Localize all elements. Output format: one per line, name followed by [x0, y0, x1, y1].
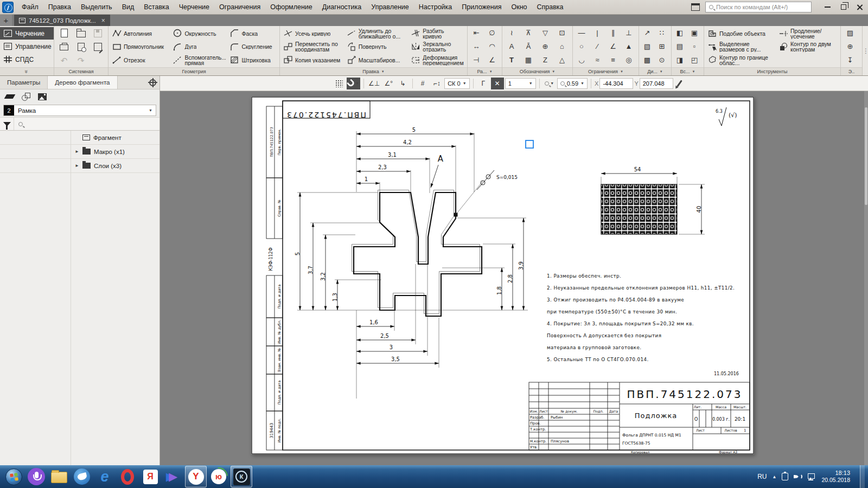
snap-angle-icon[interactable]: ∠°	[382, 78, 395, 89]
undo-icon[interactable]: ↶	[61, 56, 68, 65]
notation-tool-icon[interactable]: ⌂	[555, 40, 569, 52]
filter-button[interactable]	[0, 118, 14, 130]
dim-tool-icon[interactable]: ◠	[485, 40, 499, 52]
modes-expand[interactable]: »	[0, 67, 54, 75]
dim-tool-icon[interactable]: ⇤	[469, 27, 483, 38]
save-as-icon[interactable]	[94, 43, 102, 51]
extra-tool-icon[interactable]: ⊕	[843, 40, 857, 52]
new-tab-button[interactable]: +	[0, 15, 12, 26]
close-button[interactable]	[852, 1, 868, 13]
taskbar-explorer[interactable]	[48, 466, 70, 487]
tray-expand-icon[interactable]: ▲	[773, 474, 777, 479]
tool-aux-line[interactable]: Вспомогатель... прямая	[171, 54, 227, 66]
tool-rotate[interactable]: Повернуть	[345, 41, 409, 53]
minimize-button[interactable]	[819, 1, 835, 13]
insert-tool-icon[interactable]: ◨	[673, 54, 687, 66]
diag-tool-icon[interactable]: ∷	[655, 27, 669, 38]
show-desktop-button[interactable]	[860, 465, 865, 488]
action-center-icon[interactable]	[782, 473, 788, 480]
tool-rectangle[interactable]: Прямоугольник	[110, 41, 170, 53]
tool-hatch[interactable]: Штриховка	[228, 54, 278, 66]
menu-file[interactable]: Файл	[17, 0, 43, 14]
tab-parameters[interactable]: Параметры	[0, 76, 47, 89]
tree-item-macro[interactable]: ►Макро (x1)	[0, 145, 159, 159]
taskbar-yandex-browser[interactable]: Y	[185, 466, 207, 487]
parallel-icon[interactable]: ∥	[606, 27, 620, 38]
constraint-icon[interactable]: —	[575, 27, 589, 38]
constraint-icon[interactable]: ∕	[590, 40, 604, 52]
shapes-filter-icon[interactable]	[22, 93, 30, 100]
taskbar-opera[interactable]	[117, 466, 138, 487]
tool-fillet[interactable]: Скругление	[228, 41, 278, 53]
tool-copy[interactable]: Копия указанием	[282, 54, 344, 66]
constraint-icon[interactable]: ▲	[622, 40, 636, 52]
insert-tool-icon[interactable]: ▣	[687, 27, 701, 38]
volume-icon[interactable]	[794, 473, 802, 480]
perpendicular-icon[interactable]: ⊥	[622, 27, 636, 38]
tree-item-fragment[interactable]: Фрагмент	[0, 131, 159, 145]
tool-contour-two[interactable]: Контур по двум контурам	[777, 41, 838, 53]
notation-tool-icon[interactable]: ≀	[505, 27, 519, 38]
tool-contour-area[interactable]: Контур по границе облас...	[706, 54, 776, 66]
dim-tool-icon[interactable]: ∅	[485, 27, 499, 38]
constraint-icon[interactable]: |	[590, 27, 604, 38]
tool-circle[interactable]: Окружность	[171, 27, 227, 40]
snap-perpendicular-icon[interactable]: ∠⊥	[367, 78, 381, 89]
notation-tool-icon[interactable]: A	[505, 40, 519, 52]
zoom-level-select[interactable]: 0.59▼	[557, 78, 588, 89]
constraint-icon[interactable]: ≡	[606, 54, 620, 66]
angle-icon[interactable]: ∠	[606, 40, 620, 52]
menu-window[interactable]: Окно	[506, 0, 532, 14]
diag-tool-icon[interactable]: ↗	[640, 27, 654, 38]
notation-tool-icon[interactable]: Ā	[521, 40, 535, 52]
command-search-input[interactable]: Поиск по командам (Alt+/)	[705, 2, 812, 12]
image-filter-icon[interactable]	[38, 93, 47, 100]
tool-split-curve[interactable]: Разбить кривую	[409, 27, 465, 40]
mode-manage[interactable]: Управление	[0, 40, 54, 53]
menu-view[interactable]: Вид	[117, 0, 139, 14]
snap-magnet-button[interactable]: ▼	[347, 78, 360, 89]
tool-autoline[interactable]: Автолиния	[110, 27, 170, 40]
menu-layout[interactable]: Оформление	[265, 0, 317, 14]
notation-tool-icon[interactable]: ⊕	[538, 40, 552, 52]
grid-toggle[interactable]: #	[416, 78, 429, 89]
menu-help[interactable]: Справка	[532, 0, 569, 14]
drawing-canvas[interactable]: Перв. примен. ПВП.745122.073 Справ. № КЭ…	[160, 91, 868, 465]
table-tool-icon[interactable]: ▦	[521, 54, 535, 66]
window-layout-icon[interactable]	[691, 3, 700, 11]
menu-drafting[interactable]: Черчение	[174, 0, 214, 14]
taskbar-yula[interactable]: ю	[208, 466, 229, 487]
diag-tool-icon[interactable]: ▧	[640, 40, 654, 52]
tool-chamfer[interactable]: Фаска	[228, 27, 278, 40]
rounding-toggle[interactable]: ✕	[491, 78, 504, 89]
taskbar-player[interactable]: ▶	[162, 466, 184, 487]
menu-edit[interactable]: Правка	[43, 0, 76, 14]
extra-tool-icon[interactable]: ↧	[843, 54, 857, 66]
dim-tool-icon[interactable]: ↔	[469, 40, 483, 52]
style-select[interactable]: 2 Рамка ▼	[3, 105, 156, 116]
notation-tool-icon[interactable]: ⊡	[555, 27, 569, 38]
y-coordinate-field[interactable]: 207.048	[640, 78, 673, 89]
tool-scale[interactable]: Масштабиров...	[345, 54, 409, 66]
notation-tool-icon[interactable]: △	[555, 54, 569, 66]
taskbar-internet-explorer[interactable]: e	[94, 466, 116, 487]
taskbar-voice-assistant[interactable]	[25, 466, 47, 487]
menu-select[interactable]: Выделить	[76, 0, 117, 14]
start-button[interactable]	[3, 466, 24, 487]
diag-tool-icon[interactable]: ▩	[640, 54, 654, 66]
line-style-icon[interactable]	[4, 94, 16, 99]
tool-arc[interactable]: Дуга	[171, 41, 227, 53]
menu-insert[interactable]: Вставка	[139, 0, 174, 14]
mode-drafting[interactable]: Черчение	[0, 27, 54, 40]
tool-select-dims[interactable]: Выделение размеров с ру...	[706, 41, 776, 53]
tab-close-icon[interactable]: ×	[101, 17, 105, 24]
pen-style-icon[interactable]	[676, 80, 682, 87]
network-icon[interactable]	[808, 473, 816, 480]
cs-axes-icon[interactable]: ⌐↕	[430, 78, 443, 89]
notation-tool-icon[interactable]: Z	[538, 54, 552, 66]
tool-deform[interactable]: Деформация перемещением	[409, 54, 465, 66]
new-document-icon[interactable]	[61, 29, 68, 37]
menu-settings[interactable]: Настройка	[414, 0, 457, 14]
tool-move-by-coords[interactable]: Переместить по координатам	[282, 41, 344, 53]
menu-apps[interactable]: Приложения	[457, 0, 506, 14]
